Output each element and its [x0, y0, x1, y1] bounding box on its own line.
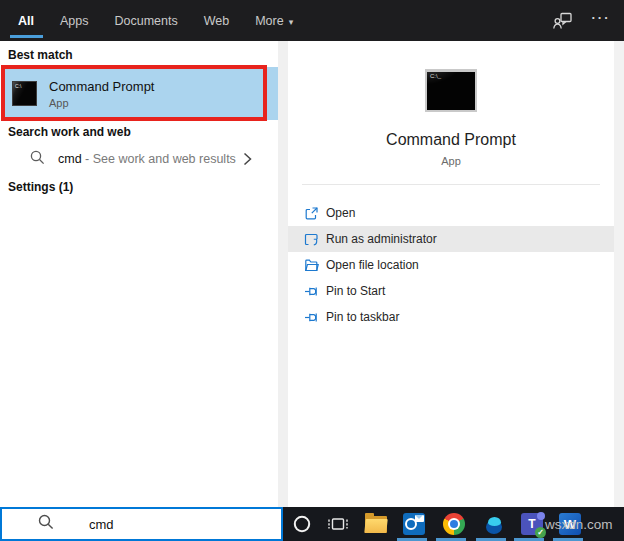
- right-edge-strip: [614, 41, 624, 507]
- outlook-icon[interactable]: [395, 507, 433, 541]
- taskbar: cmd T✓ W: [0, 507, 624, 541]
- search-header: All Apps Documents Web More▾ ···: [0, 0, 624, 41]
- cortana-icon[interactable]: [283, 507, 321, 541]
- task-view-icon[interactable]: [319, 507, 357, 541]
- action-list: Open Run as administrator Open file loca…: [288, 200, 614, 330]
- tab-apps[interactable]: Apps: [60, 14, 89, 28]
- file-explorer-icon[interactable]: [357, 507, 395, 541]
- action-run-as-administrator[interactable]: Run as administrator: [288, 226, 614, 252]
- web-query: cmd: [58, 152, 82, 166]
- action-open-file-location[interactable]: Open file location: [288, 252, 614, 278]
- command-prompt-icon-large: [425, 69, 477, 112]
- pin-icon: [304, 284, 319, 299]
- folder-location-icon: [304, 258, 319, 273]
- tab-all[interactable]: All: [18, 14, 34, 28]
- preview-subtitle: App: [288, 155, 614, 167]
- action-pin-to-start[interactable]: Pin to Start: [288, 278, 614, 304]
- action-label: Run as administrator: [326, 232, 437, 246]
- best-match-title: Command Prompt: [49, 79, 154, 94]
- search-filter-tabs: All Apps Documents Web More▾: [18, 0, 319, 41]
- chrome-icon[interactable]: [435, 507, 473, 541]
- open-icon: [304, 206, 319, 221]
- chevron-down-icon: ▾: [289, 17, 294, 27]
- best-match-row[interactable]: Command Prompt App: [2, 67, 278, 120]
- search-icon: [38, 514, 54, 534]
- search-icon: [30, 150, 45, 169]
- active-tab-indicator: [10, 35, 43, 38]
- more-options-icon[interactable]: ···: [590, 10, 612, 32]
- action-label: Pin to Start: [326, 284, 385, 298]
- pin-icon: [304, 310, 319, 325]
- watermark: wsxdn.com: [545, 517, 613, 532]
- action-pin-to-taskbar[interactable]: Pin to taskbar: [288, 304, 614, 330]
- action-label: Open file location: [326, 258, 419, 272]
- settings-heading: Settings (1): [8, 180, 73, 194]
- tab-documents[interactable]: Documents: [114, 14, 177, 28]
- web-search-row[interactable]: cmd - See work and web results: [0, 146, 270, 172]
- command-prompt-icon: [12, 81, 37, 106]
- search-web-heading: Search work and web: [8, 125, 131, 139]
- action-open[interactable]: Open: [288, 200, 614, 226]
- action-label: Pin to taskbar: [326, 310, 399, 324]
- feedback-icon[interactable]: [552, 10, 574, 32]
- taskbar-search-value: cmd: [89, 517, 114, 532]
- web-query-suffix: - See work and web results: [82, 152, 236, 166]
- panel-gutter: [278, 41, 288, 507]
- action-label: Open: [326, 206, 355, 220]
- tab-web[interactable]: Web: [204, 14, 229, 28]
- edge-icon[interactable]: [474, 507, 512, 541]
- run-as-admin-icon: [304, 232, 319, 247]
- chevron-right-icon[interactable]: [243, 152, 252, 170]
- taskbar-search-box[interactable]: cmd: [0, 507, 283, 541]
- tab-more[interactable]: More▾: [255, 14, 293, 28]
- divider: [302, 184, 600, 185]
- best-match-heading: Best match: [8, 48, 73, 62]
- preview-title: Command Prompt: [288, 131, 614, 149]
- best-match-subtitle: App: [49, 97, 154, 109]
